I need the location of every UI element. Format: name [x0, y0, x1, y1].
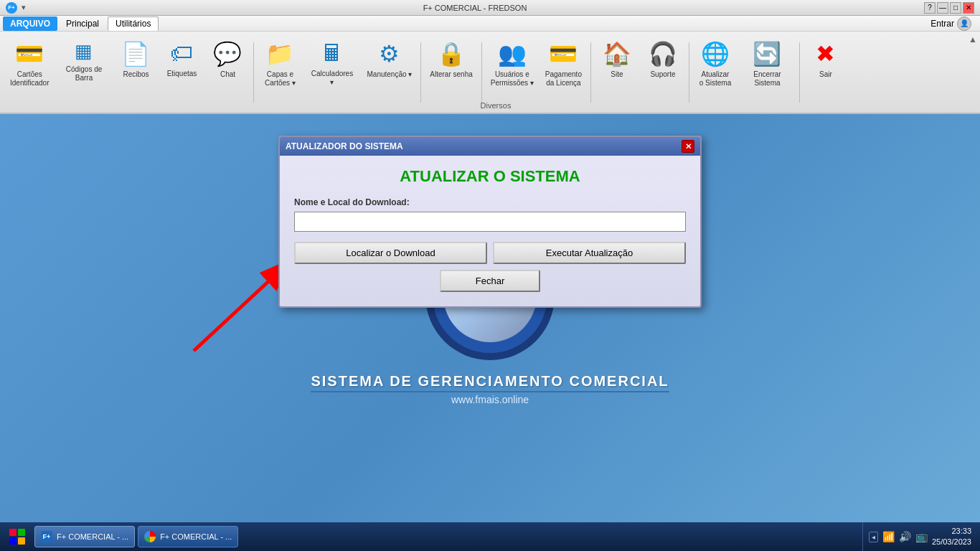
pagamento-label: Pagamentoda Licença — [545, 70, 582, 88]
recibos-label: Recibos — [123, 70, 149, 79]
etiquetas-icon: 🏷 — [170, 40, 193, 67]
toolbar-suporte[interactable]: 🎧 Suporte — [641, 34, 684, 110]
toolbar-pagamento[interactable]: 💳 Pagamentoda Licença — [541, 34, 586, 110]
start-button[interactable] — [3, 522, 32, 551]
calculadores-label: Calculadores ▾ — [308, 70, 355, 87]
sair-icon: ✖ — [816, 40, 835, 67]
help-button[interactable]: ? — [924, 2, 936, 14]
chrome-taskbar-label: F+ COMERCIAL - ... — [160, 532, 232, 541]
clock-date: 25/03/2023 — [932, 537, 971, 547]
localizar-download-button[interactable]: Localizar o Download — [294, 242, 487, 264]
system-tray: ◂ 📶 🔊 📺 23:33 25/03/2023 — [862, 522, 977, 551]
screen-tray-icon[interactable]: 📺 — [915, 531, 928, 542]
toolbar-atualizar[interactable]: 🌐 Atualizaro Sistema — [694, 34, 737, 110]
toolbar-cartoes[interactable]: 💳 CartõesIdentificador — [6, 34, 53, 110]
close-button[interactable]: ✕ — [963, 2, 974, 14]
maximize-button[interactable]: □ — [950, 2, 961, 14]
minimize-button[interactable]: — — [937, 2, 948, 14]
taskbar-fmais-1[interactable]: F+ F+ COMERCIAL - ... — [34, 526, 135, 547]
sound-tray-icon[interactable]: 🔊 — [899, 531, 911, 542]
alterar-senha-label: Alterar senha — [430, 70, 472, 79]
taskbar: F+ F+ COMERCIAL - ... F+ COMERCIAL - ...… — [0, 522, 980, 551]
toolbar-manutencao[interactable]: ⚙ Manutenção ▾ — [362, 34, 416, 110]
window-controls: ? — □ ✕ — [924, 2, 974, 14]
usuarios-label: Usuários ePermissões ▾ — [491, 70, 534, 88]
system-clock[interactable]: 23:33 25/03/2023 — [932, 526, 971, 548]
window-title: F+ COMERCIAL - FREDSON — [26, 4, 924, 12]
diversos-section-label: Diversos — [6, 101, 980, 110]
menu-bar: ARQUIVO Principal Utilitários Entrar 👤 — [0, 16, 980, 32]
toolbar-etiquetas[interactable]: 🏷 Etiquetas — [160, 34, 203, 110]
suporte-label: Suporte — [650, 70, 675, 79]
app-logo: F+ — [6, 2, 17, 14]
dialog-heading: ATUALIZAR O SISTEMA — [294, 167, 686, 186]
atualizar-icon: 🌐 — [701, 40, 730, 67]
dialog-field-label: Nome e Local do Download: — [294, 197, 686, 207]
dialog-overlay: ATUALIZADOR DO SISTEMA ✕ ATUALIZAR O SIS… — [0, 114, 980, 522]
toolbar-recibos[interactable]: 📄 Recibos — [114, 34, 157, 110]
manutencao-icon: ⚙ — [379, 40, 400, 67]
toolbar-divider-2 — [420, 42, 421, 103]
toolbar-collapse-button[interactable]: ▲ — [969, 34, 977, 44]
fechar-button[interactable]: Fechar — [440, 270, 540, 292]
entrar-label: Entrar — [930, 19, 954, 29]
taskbar-chrome-1[interactable]: F+ COMERCIAL - ... — [138, 526, 238, 547]
toolbar-site[interactable]: 🏠 Site — [595, 34, 639, 110]
dialog-body: ATUALIZAR O SISTEMA Nome e Local do Down… — [280, 156, 700, 306]
dialog-action-buttons: Localizar o Download Executar Atualizaçã… — [294, 242, 686, 264]
toolbar-alterar-senha[interactable]: 🔒 Alterar senha — [425, 34, 476, 110]
calculadores-icon: 🖩 — [321, 40, 344, 67]
fmais-taskbar-label: F+ COMERCIAL - ... — [57, 532, 128, 541]
sair-label: Sair — [819, 70, 832, 79]
etiquetas-label: Etiquetas — [167, 70, 197, 78]
manutencao-label: Manutenção ▾ — [367, 70, 412, 79]
site-label: Site — [611, 70, 623, 79]
title-bar: F+ ▾ F+ COMERCIAL - FREDSON ? — □ ✕ — [0, 0, 980, 16]
suporte-icon: 🎧 — [649, 40, 677, 67]
toolbar-calculadores[interactable]: 🖩 Calculadores ▾ — [304, 34, 359, 110]
update-dialog: ATUALIZADOR DO SISTEMA ✕ ATUALIZAR O SIS… — [278, 136, 702, 308]
toolbar-encerrar[interactable]: 🔄 Encerrar Sistema — [740, 34, 795, 110]
capas-cartoes-label: Capas eCartões ▾ — [265, 70, 296, 88]
network-tray-icon[interactable]: 📶 — [882, 531, 895, 542]
toolbar-divider-4 — [590, 42, 591, 103]
main-area: COMERCIAL SISTEMA DE GERENCIAMENTO COMER… — [0, 114, 980, 522]
fmais-taskbar-icon: F+ — [41, 531, 52, 542]
toolbar: 💳 CartõesIdentificador ▦ Códigos de Barr… — [0, 32, 980, 114]
site-icon: 🏠 — [603, 40, 631, 67]
cartoes-label: CartõesIdentificador — [10, 70, 49, 88]
chrome-taskbar-icon — [144, 531, 156, 542]
dialog-close-button[interactable]: ✕ — [682, 140, 694, 153]
menu-principal[interactable]: Principal — [59, 17, 106, 31]
atualizar-label: Atualizaro Sistema — [699, 70, 731, 88]
cartoes-icon: 💳 — [15, 40, 44, 67]
recibos-icon: 📄 — [121, 40, 150, 67]
toolbar-chat[interactable]: 💬 Chat — [206, 34, 249, 110]
dialog-title-text: ATUALIZADOR DO SISTEMA — [286, 141, 403, 151]
toolbar-capas-cartoes[interactable]: 📁 Capas eCartões ▾ — [258, 34, 301, 110]
toolbar-divider-5 — [689, 42, 689, 103]
tray-expand-button[interactable]: ◂ — [869, 532, 878, 542]
dialog-titlebar: ATUALIZADOR DO SISTEMA ✕ — [280, 137, 700, 156]
clock-time: 23:33 — [932, 526, 971, 537]
toolbar-divider-3 — [481, 42, 482, 103]
dialog-close-buttons: Fechar — [294, 270, 686, 292]
download-path-input[interactable] — [294, 212, 686, 232]
chat-icon: 💬 — [213, 40, 242, 67]
executar-atualizacao-button[interactable]: Executar Atualização — [493, 242, 686, 264]
toolbar-sair[interactable]: ✖ Sair — [804, 34, 847, 110]
codigos-barra-icon: ▦ — [75, 40, 93, 62]
entrar-button[interactable]: Entrar 👤 — [925, 15, 977, 32]
menu-arquivo[interactable]: ARQUIVO — [3, 17, 57, 31]
encerrar-icon: 🔄 — [753, 40, 781, 67]
menu-utilitarios[interactable]: Utilitários — [108, 17, 159, 31]
toolbar-divider-1 — [253, 42, 254, 103]
alterar-senha-icon: 🔒 — [437, 40, 466, 67]
toolbar-usuarios[interactable]: 👥 Usuários ePermissões ▾ — [486, 34, 538, 110]
user-avatar: 👤 — [957, 17, 971, 31]
codigos-barra-label: Códigos de Barra — [60, 65, 107, 83]
chat-label: Chat — [220, 70, 235, 79]
usuarios-icon: 👥 — [498, 40, 527, 67]
toolbar-codigos-barra[interactable]: ▦ Códigos de Barra — [56, 34, 111, 110]
windows-logo-icon — [9, 529, 25, 545]
